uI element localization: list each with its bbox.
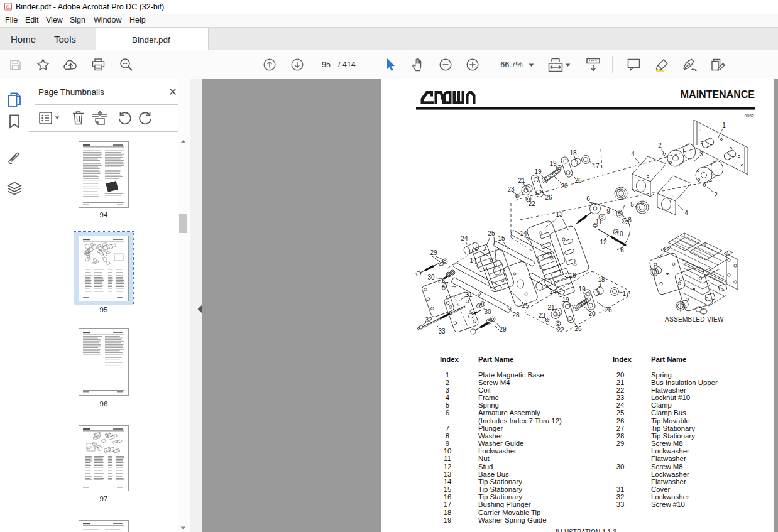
svg-text:18: 18 [569, 149, 577, 156]
svg-text:MAINTENANCE: MAINTENANCE [681, 89, 755, 100]
svg-text:26: 26 [574, 325, 582, 332]
svg-text:26: 26 [574, 177, 582, 184]
svg-text:30: 30 [484, 308, 491, 315]
svg-text:3: 3 [699, 151, 703, 158]
svg-text:14: 14 [520, 230, 527, 237]
svg-text:24: 24 [549, 288, 557, 295]
svg-text:ILLUSTRATION 4-1-3: ILLUSTRATION 4-1-3 [556, 529, 616, 532]
svg-text:31: 31 [465, 291, 473, 298]
svg-text:26: 26 [605, 307, 612, 313]
svg-text:10: 10 [616, 231, 623, 237]
svg-text:6: 6 [586, 195, 590, 202]
svg-text:18: 18 [598, 276, 605, 283]
svg-text:19: 19 [549, 160, 557, 167]
svg-text:4: 4 [631, 151, 635, 158]
svg-text:2: 2 [714, 192, 718, 198]
svg-text:28: 28 [512, 312, 520, 318]
svg-text:29: 29 [430, 249, 437, 256]
svg-text:12: 12 [600, 239, 607, 246]
svg-text:25: 25 [522, 302, 529, 309]
svg-text:23: 23 [507, 186, 515, 193]
svg-text:ASSEMBLED VIEW: ASSEMBLED VIEW [665, 316, 724, 323]
svg-text:5: 5 [630, 201, 634, 208]
svg-text:2: 2 [658, 142, 662, 149]
svg-text:16: 16 [569, 272, 576, 279]
svg-text:1: 1 [722, 122, 726, 129]
svg-text:7: 7 [622, 204, 625, 211]
svg-text:17: 17 [622, 290, 630, 297]
svg-text:11: 11 [596, 219, 603, 225]
svg-text:14: 14 [469, 257, 477, 264]
svg-text:22: 22 [557, 327, 564, 334]
svg-text:24: 24 [461, 235, 468, 242]
svg-text:19: 19 [534, 168, 542, 175]
svg-text:9: 9 [606, 208, 610, 215]
svg-text:19: 19 [578, 286, 586, 293]
svg-text:20: 20 [588, 310, 596, 317]
svg-text:13: 13 [556, 211, 563, 218]
svg-text:17: 17 [592, 163, 600, 170]
svg-text:25: 25 [488, 230, 495, 237]
svg-text:0052: 0052 [744, 114, 754, 118]
svg-text:26: 26 [545, 194, 552, 201]
svg-text:32: 32 [425, 317, 432, 323]
svg-text:6: 6 [620, 247, 624, 254]
svg-text:33: 33 [438, 328, 446, 335]
svg-text:29: 29 [499, 326, 507, 333]
svg-text:19: 19 [562, 296, 569, 303]
svg-text:30: 30 [427, 274, 435, 281]
svg-text:4: 4 [684, 210, 688, 217]
svg-text:15: 15 [498, 235, 505, 242]
svg-text:20: 20 [561, 183, 568, 190]
svg-text:21: 21 [518, 177, 525, 184]
svg-text:21: 21 [547, 304, 555, 311]
